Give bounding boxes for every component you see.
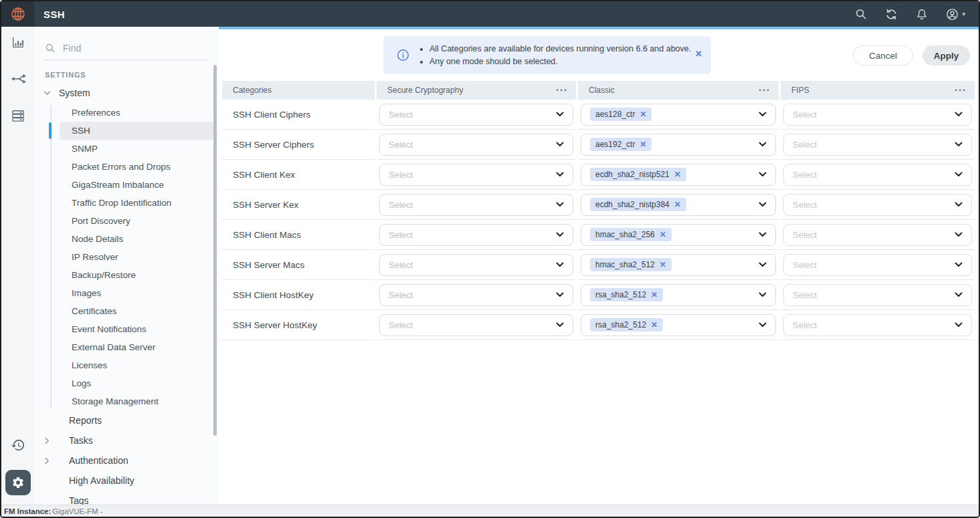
classic-select[interactable]: rsa_sha2_512 ✕ [581,284,776,306]
classic-cell: aes192_ctr ✕ [578,130,779,160]
chevron-down-icon [759,322,767,328]
fm-instance-label: FM Instance: [4,507,51,515]
history-icon[interactable] [11,438,25,455]
sidebar-item-system[interactable]: System [34,84,219,102]
sidebar-item-snmp[interactable]: SNMP [34,140,219,158]
sidebar-item-preferences[interactable]: Preferences [34,104,219,122]
sidebar-item-packet-errors-and-drops[interactable]: Packet Errors and Drops [34,158,219,176]
sidebar-item-traffic-drop-identification[interactable]: Traffic Drop Identification [34,194,219,212]
cancel-button[interactable]: Cancel [853,45,913,66]
sidebar-item-authentication[interactable]: Authentication [34,450,219,471]
sidebar-item-ssh[interactable]: SSH [34,122,219,140]
sidebar-item-certificates[interactable]: Certificates [34,302,219,320]
table-row: SSH Server Ciphers Select aes192_ctr ✕ S… [222,130,975,160]
chip-label: hmac_sha2_256 [595,230,655,239]
settings-gear-icon[interactable] [5,470,31,495]
ellipsis-menu-icon[interactable]: ··· [759,87,771,94]
ellipsis-menu-icon[interactable]: ··· [955,87,967,94]
category-label: SSH Client HostKey [222,290,314,300]
fips-select[interactable]: Select [783,164,972,186]
sidebar-scrollbar[interactable] [213,65,217,436]
sidebar-item-backup-restore[interactable]: Backup/Restore [34,266,219,284]
remove-chip-icon[interactable]: ✕ [660,261,666,269]
select-placeholder: Select [793,320,817,330]
classic-select[interactable]: hmac_sha2_512 ✕ [581,254,776,276]
sidebar-item-ip-resolver[interactable]: IP Resolver [34,248,219,266]
fips-select[interactable]: Select [783,254,972,276]
classic-select[interactable]: aes128_ctr ✕ [581,104,776,126]
remove-chip-icon[interactable]: ✕ [674,170,681,178]
brand-logo[interactable] [1,1,34,27]
secure-cryptography-select[interactable]: Select [379,254,573,276]
sidebar-item-label: External Data Server [72,342,155,352]
sidebar-item-label: Packet Errors and Drops [72,162,171,172]
icon-rail [1,27,34,505]
sidebar-item-gigastream-imbalance[interactable]: GigaStream Imbalance [34,176,219,194]
select-placeholder: Select [389,260,413,270]
secure-cryptography-select[interactable]: Select [379,104,573,126]
sidebar-item-storage-management[interactable]: Storage Management [34,392,219,410]
fips-select[interactable]: Select [783,104,972,126]
sidebar-item-images[interactable]: Images [34,284,219,302]
classic-select[interactable]: rsa_sha2_512 ✕ [581,314,776,336]
info-banner: All Categories are available for devices… [383,36,711,74]
traffic-split-icon[interactable] [10,72,26,86]
sidebar-item-label: Certificates [72,306,117,316]
secure-cryptography-select[interactable]: Select [379,134,573,156]
fips-select[interactable]: Select [783,284,972,306]
sidebar-item-high-availability[interactable]: High Availability [34,471,219,491]
classic-select[interactable]: ecdh_sha2_nistp521 ✕ [581,164,776,186]
notifications-bell-icon[interactable] [916,8,928,21]
app-window: SSH [0,0,980,518]
fips-select[interactable]: Select [783,134,972,156]
classic-select[interactable]: ecdh_sha2_nistp384 ✕ [581,194,776,216]
remove-chip-icon[interactable]: ✕ [674,201,681,209]
secure-cryptography-cell: Select [377,100,576,130]
remove-chip-icon[interactable]: ✕ [651,321,658,329]
settings-section-label: SETTINGS [45,71,219,79]
fips-select[interactable]: Select [783,194,972,216]
remove-chip-icon[interactable]: ✕ [651,291,658,299]
close-icon[interactable]: ✕ [695,49,702,59]
classic-select[interactable]: hmac_sha2_256 ✕ [581,224,776,246]
sidebar-item-external-data-server[interactable]: External Data Server [34,338,219,356]
secure-cryptography-cell: Select [377,190,576,220]
sidebar-item-reports[interactable]: Reports [34,410,219,430]
ellipsis-menu-icon[interactable]: ··· [556,87,568,94]
fips-select[interactable]: Select [783,314,972,336]
classic-select[interactable]: aes192_ctr ✕ [581,134,776,156]
sidebar-item-event-notifications[interactable]: Event Notifications [34,320,219,338]
selected-chip: aes128_ctr ✕ [590,108,652,121]
table-row: SSH Server Macs Select hmac_sha2_512 ✕ S… [222,250,975,280]
sidebar-item-label: Storage Management [72,396,159,406]
remove-chip-icon[interactable]: ✕ [640,110,646,118]
sidebar-item-port-discovery[interactable]: Port Discovery [34,212,219,230]
sidebar-item-tasks[interactable]: Tasks [34,430,219,450]
secure-cryptography-select[interactable]: Select [379,284,573,306]
dashboard-chart-icon[interactable] [11,35,25,49]
fips-select[interactable]: Select [783,224,972,246]
apply-button[interactable]: Apply [922,45,970,66]
chip-label: aes128_ctr [595,110,635,119]
remove-chip-icon[interactable]: ✕ [640,140,646,148]
search-icon[interactable] [855,8,867,20]
secure-cryptography-select[interactable]: Select [379,164,573,186]
sidebar-item-tags[interactable]: Tags [34,491,219,505]
select-placeholder: Select [389,200,413,210]
fm-instance-value: GigaVUE-FM - [52,507,102,515]
secure-cryptography-select[interactable]: Select [379,314,573,336]
find-input[interactable]: Find [45,36,208,60]
sidebar-item-node-details[interactable]: Node Details [34,230,219,248]
sidebar-item-licenses[interactable]: Licenses [34,356,219,374]
select-placeholder: Select [793,140,817,150]
refresh-icon[interactable] [885,8,898,21]
user-menu-icon[interactable]: ▾ [946,8,965,21]
remove-chip-icon[interactable]: ✕ [660,231,666,239]
secure-cryptography-select[interactable]: Select [379,194,573,216]
table-header: Categories Secure Cryptography ··· Class… [222,81,975,100]
secure-cryptography-select[interactable]: Select [379,224,573,246]
sidebar-item-logs[interactable]: Logs [34,374,219,392]
classic-cell: ecdh_sha2_nistp521 ✕ [578,160,779,190]
nodes-icon[interactable] [11,108,25,123]
table-row: SSH Server Kex Select ecdh_sha2_nistp384… [222,190,975,220]
